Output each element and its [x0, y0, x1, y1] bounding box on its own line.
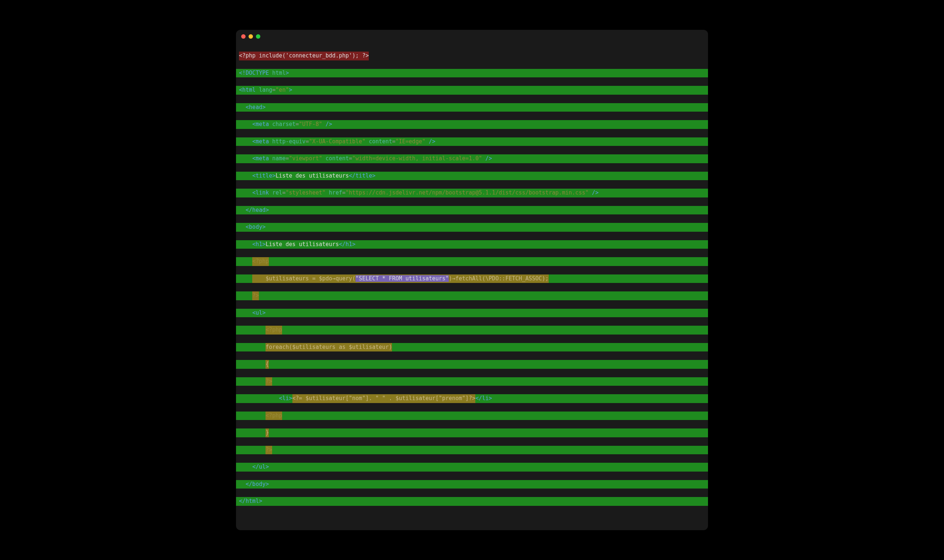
title-close: </title> [349, 172, 375, 179]
html-close: </html> [239, 498, 262, 505]
content-attr: content [366, 138, 392, 145]
ul-close: </ul> [252, 463, 269, 470]
tag-close: > [289, 86, 292, 93]
head-open: <head> [245, 104, 265, 111]
href-attr: href [325, 189, 342, 196]
content-attr: content [322, 155, 349, 162]
httpequiv-attr: http-equiv [269, 138, 305, 145]
h1-open: <h1> [252, 241, 265, 248]
php-close: ?> [265, 446, 272, 453]
body-open: <body> [245, 224, 265, 230]
php-echo: <?= $utilisateur["nom"]. " " . $utilisat… [292, 395, 476, 402]
php-include-block: <?php include('connecteur_bdd.php'); ?> [239, 52, 369, 60]
php-close: ?> [252, 292, 259, 299]
title-text: Liste des utilisateurs [275, 172, 349, 179]
title-open: <title> [252, 172, 275, 179]
self-close: /> [322, 121, 332, 128]
close-icon[interactable] [241, 34, 245, 39]
rel-val: "stylesheet" [285, 189, 325, 196]
eq: = [296, 121, 299, 128]
tag-close: > [285, 70, 289, 76]
php-close: ?> [265, 378, 272, 385]
meta-tag: <meta [252, 121, 269, 128]
meta-tag: <meta [252, 138, 269, 145]
html-open: <html [239, 86, 256, 93]
php-foreach: foreach($utilisateurs as $utilisateur) [265, 344, 392, 350]
editor-window: <?php include('connecteur_bdd.php'); ?> … [236, 30, 708, 530]
doctype-html: html [269, 70, 285, 76]
window-titlebar [236, 30, 708, 43]
lang-val: "en" [275, 86, 289, 93]
meta-tag: <meta [252, 155, 269, 162]
lang-attr: lang [256, 86, 272, 93]
charset-val: "UTF-8" [299, 121, 322, 128]
doctype-tag: <!DOCTYPE [239, 70, 269, 76]
ul-open: <ul> [252, 309, 265, 316]
href-val: "https://cdn.jsdelivr.net/npm/bootstrap@… [346, 189, 589, 196]
httpequiv-val: "X-UA-Compatible" [309, 138, 366, 145]
link-tag: <link [252, 189, 269, 196]
name-val: "viewport" [289, 155, 322, 162]
eq: = [342, 189, 346, 196]
name-attr: name [269, 155, 285, 162]
eq: = [349, 155, 352, 162]
h1-text: Liste des utilisateurs [265, 241, 339, 248]
eq: = [306, 138, 309, 145]
php-open: <?php [252, 258, 269, 265]
php-open: <?php [265, 412, 282, 419]
sql-string: "SELECT * FROM utilisateurs" [355, 275, 449, 282]
li-open: <li> [279, 395, 292, 402]
h1-close: </h1> [339, 241, 355, 248]
php-query-end: )→fetchAll(\PDO::FETCH_ASSOC); [449, 275, 549, 282]
content-val: "width=device-width, initial-scale=1.0" [352, 155, 482, 162]
self-close: /> [426, 138, 435, 145]
php-query: $utilisateurs = $pdo→query( [252, 275, 355, 282]
self-close: /> [482, 155, 492, 162]
li-close: </li> [475, 395, 492, 402]
php-open: <?php [265, 326, 282, 333]
rel-attr: rel [269, 189, 282, 196]
php-brace: } [265, 429, 269, 436]
eq: = [272, 86, 275, 93]
self-close: /> [589, 189, 598, 196]
charset-attr: charset [269, 121, 295, 128]
maximize-icon[interactable] [256, 34, 260, 39]
minimize-icon[interactable] [248, 34, 253, 39]
php-brace: { [265, 361, 269, 367]
body-close: </body> [245, 481, 269, 488]
content-val: "IE=edge" [395, 138, 425, 145]
code-editor[interactable]: <?php include('connecteur_bdd.php'); ?> … [236, 43, 708, 530]
head-close: </head> [245, 207, 269, 213]
